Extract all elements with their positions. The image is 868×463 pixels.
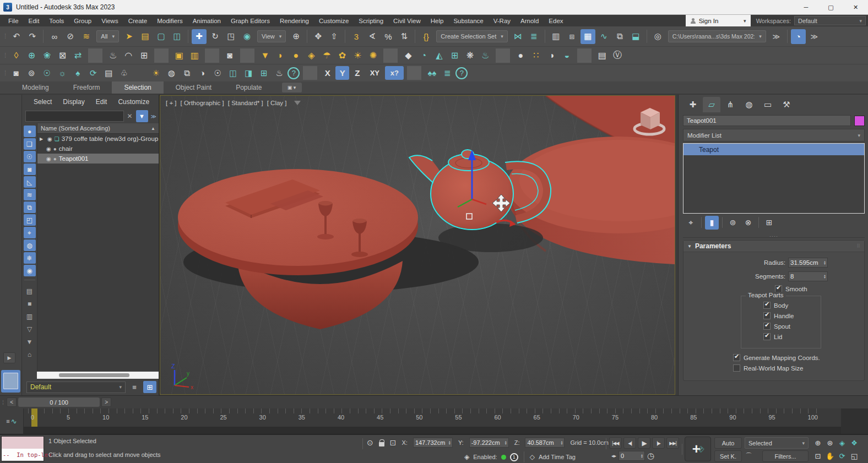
- viewport-layout-tab[interactable]: [1, 370, 20, 393]
- zoom-all-icon[interactable]: ⊛: [824, 437, 836, 449]
- palette-2-icon[interactable]: ◑: [195, 66, 209, 80]
- viewport-shading-menu[interactable]: [ Clay ]: [267, 100, 287, 106]
- cone-funnel-icon[interactable]: ▼: [258, 48, 272, 63]
- window-array-icon[interactable]: ⊞: [447, 48, 462, 63]
- recycle-swap-icon[interactable]: ⟳: [86, 66, 100, 80]
- utilities-tab[interactable]: ⚒: [778, 97, 795, 112]
- key-filters-icon[interactable]: ⌒: [745, 451, 752, 461]
- listener-script-pane[interactable]: -- In top-lev: [2, 449, 44, 461]
- selection-filter-dropdown[interactable]: All: [96, 30, 119, 42]
- zoom-extents-icon[interactable]: ◈: [836, 437, 848, 449]
- redo-icon[interactable]: ↷: [25, 29, 40, 44]
- box-primitive-icon[interactable]: ⊞: [137, 48, 151, 63]
- notes-list-icon[interactable]: ≣: [440, 66, 454, 80]
- key-mode-dropdown[interactable]: Selected: [745, 437, 809, 449]
- display-lights-icon[interactable]: ☉: [24, 151, 36, 162]
- angle-snap-icon[interactable]: ∢: [365, 29, 379, 44]
- pyramid-gizmo-icon[interactable]: ◭: [432, 48, 446, 63]
- daylight-icon[interactable]: ☀: [149, 66, 163, 80]
- object-color-swatch[interactable]: [854, 116, 865, 126]
- zoom-icon[interactable]: ⊕: [812, 437, 824, 449]
- radius-field[interactable]: 31.595cm ▴▾: [788, 258, 828, 268]
- walkthrough-assist-icon[interactable]: ▣: [172, 48, 186, 63]
- material-sphere-icon[interactable]: ●: [513, 48, 528, 63]
- property-columns-icon[interactable]: ▥: [24, 311, 36, 322]
- listener-macro-pane[interactable]: [2, 437, 44, 449]
- create-selection-set-dropdown[interactable]: Create Selection Set: [436, 30, 507, 42]
- menu-edex[interactable]: Edex: [544, 15, 568, 26]
- clear-search-icon[interactable]: ✕: [126, 112, 134, 120]
- part-checkbox[interactable]: [763, 312, 771, 319]
- light-lister-icon[interactable]: ▥: [187, 48, 202, 63]
- bulb-points-icon[interactable]: ☉: [210, 66, 225, 80]
- modifier-list-dropdown[interactable]: Modifier List: [683, 129, 865, 141]
- display-frozen-icon[interactable]: ❄: [24, 252, 36, 264]
- display-hidden-icon[interactable]: ◉: [24, 265, 36, 276]
- shield-icon[interactable]: ◈: [464, 453, 469, 461]
- toggle-layer-explorer-icon[interactable]: ⧈: [565, 29, 579, 44]
- toolbar-overflow-chevron-2[interactable]: ≫: [807, 29, 822, 44]
- select-and-link-icon[interactable]: ∞: [47, 29, 62, 44]
- explorer-menu-customize[interactable]: Customize: [113, 98, 154, 106]
- help-circle-icon[interactable]: ?: [287, 67, 300, 79]
- axis-xy-button[interactable]: XY: [365, 66, 384, 80]
- expand-icon[interactable]: ▶: [40, 137, 45, 141]
- workspaces-dropdown[interactable]: Default: [794, 16, 866, 25]
- sun-light-icon[interactable]: ☀: [350, 48, 365, 63]
- filter-icon[interactable]: ▼: [136, 110, 148, 122]
- menu-civil-view[interactable]: Civil View: [388, 15, 426, 26]
- vray-toolbar-icon[interactable]: Ⓥ: [610, 48, 625, 63]
- close-button[interactable]: ✕: [843, 0, 868, 14]
- hierarchy-view-icon[interactable]: ⊞: [143, 381, 156, 393]
- select-and-manipulate-icon[interactable]: ✥: [311, 29, 326, 44]
- set-keys-button[interactable]: +⚿: [685, 437, 711, 461]
- enabled-status-dot[interactable]: [501, 455, 506, 460]
- teapot-primitive-icon[interactable]: ♨: [106, 48, 120, 63]
- explorer-menu-edit[interactable]: Edit: [91, 98, 112, 106]
- menu-rendering[interactable]: Rendering: [275, 15, 314, 26]
- select-by-name-icon[interactable]: ▤: [138, 29, 153, 44]
- generate-mapping-checkbox[interactable]: [733, 354, 740, 361]
- tree-row-teapot001[interactable]: ◉ ● Teapot001: [37, 154, 159, 164]
- display-geometry-icon[interactable]: ●: [24, 126, 36, 137]
- percent-snap-icon[interactable]: %: [381, 29, 395, 44]
- segments-field[interactable]: 8 ▴▾: [788, 271, 828, 281]
- configure-modifier-sets-icon[interactable]: ⊞: [762, 216, 776, 230]
- next-frame-icon[interactable]: |▶: [652, 437, 665, 449]
- x-spinner[interactable]: ▴▾: [447, 440, 451, 445]
- viewport-renderer-menu[interactable]: [ Standard* ]: [228, 100, 263, 106]
- orbit-icon[interactable]: ⟳: [836, 450, 848, 462]
- display-groups-icon[interactable]: ⧉: [24, 201, 36, 213]
- transform-toolbox-icon[interactable]: ◊: [9, 48, 23, 63]
- current-frame-field[interactable]: 0▴▾: [619, 451, 645, 461]
- key-filters-button[interactable]: Filters...: [762, 450, 809, 462]
- time-slider-ruler[interactable]: 0510152025303540455055606570758085909510…: [23, 408, 841, 434]
- object-coffee-table[interactable]: [178, 169, 418, 275]
- frame-counter[interactable]: 0 / 100: [18, 397, 100, 407]
- mirror-icon[interactable]: ⋈: [511, 29, 525, 44]
- menu-create[interactable]: Create: [123, 15, 153, 26]
- curve-editor-icon[interactable]: ∿: [596, 29, 611, 44]
- isolate-selection-icon[interactable]: ⊙: [367, 438, 373, 447]
- paint-objects-icon[interactable]: ❀: [40, 48, 54, 63]
- star-burst-icon[interactable]: ✺: [366, 48, 380, 63]
- eye-icon[interactable]: ◉: [47, 136, 52, 142]
- select-and-rotate-icon[interactable]: ↻: [208, 29, 223, 44]
- menu-substance[interactable]: Substance: [448, 15, 488, 26]
- axis-y-button[interactable]: Y: [335, 66, 349, 80]
- schematic-view-icon[interactable]: ⧉: [612, 29, 627, 44]
- geosphere-icon[interactable]: ◈: [304, 48, 318, 63]
- toggle-ribbon-icon[interactable]: ▦: [581, 29, 595, 44]
- go-to-end-icon[interactable]: ▶▶|: [666, 437, 679, 449]
- object-name-field[interactable]: Teapot001: [683, 115, 851, 126]
- per-view-filter-icon[interactable]: [294, 101, 301, 105]
- axis-z-button[interactable]: Z: [350, 66, 364, 80]
- layers-icon[interactable]: ≡: [128, 381, 141, 393]
- tree-row-group[interactable]: ▶ ◉ ❏ 379 coffe table (new3d org)-Group: [37, 134, 159, 144]
- go-to-start-icon[interactable]: |◀◀: [609, 437, 622, 449]
- camera-sequencer-icon[interactable]: ◙: [9, 66, 23, 80]
- help-circle-2-icon[interactable]: ?: [455, 67, 468, 79]
- display-cameras-icon[interactable]: ◙: [24, 164, 36, 175]
- render-lister-icon[interactable]: ▤: [595, 48, 609, 63]
- snaps-toggle-3d-icon[interactable]: 3: [349, 29, 364, 44]
